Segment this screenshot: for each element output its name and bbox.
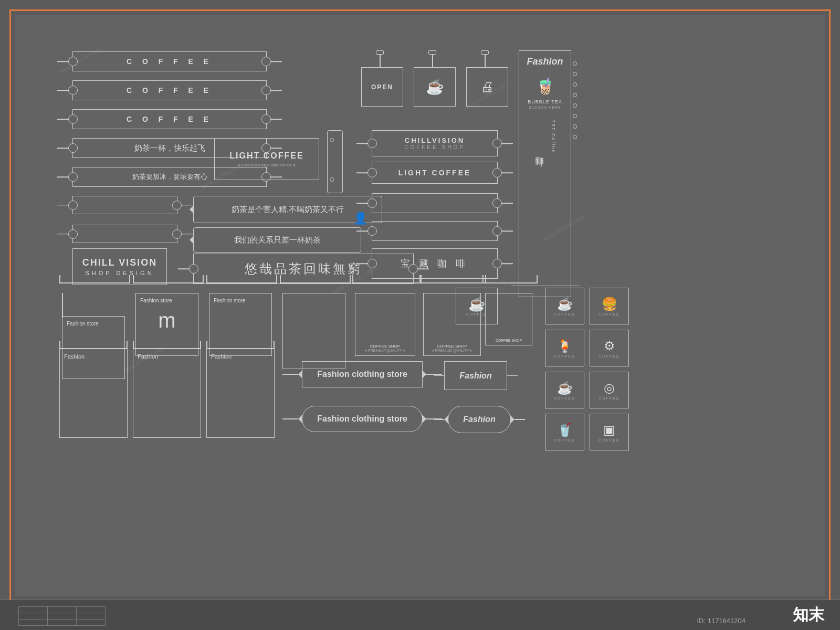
bubble-quote-2: 我们的关系只差一杯奶茶: [193, 227, 361, 253]
blank-scroll-1: [72, 196, 177, 214]
coffee-machine-box: ☕: [414, 67, 456, 107]
light-coffee-center-box: LIGHT COFFEE ♦ Different tastes differen…: [214, 138, 319, 180]
icon-cup-top: ☕ COFFEE: [456, 288, 498, 324]
icon-coffee-1: ☕ COFFEE: [545, 288, 584, 324]
chillvision-text: CHILLVISION: [405, 136, 465, 144]
fashion-panel-title: Fashion: [527, 56, 563, 67]
icon-burger-1: 🍔 COFFEE: [590, 288, 629, 324]
page-background: www.znzmo.com www.znzmo.com www.znzmo.co…: [0, 0, 840, 630]
coffee-text-3: C O F F E E: [127, 115, 213, 123]
id-label: ID: 1171641204: [697, 617, 746, 625]
icon-coffee-3: ⚙ COFFEE: [590, 330, 629, 366]
coffee-scroll-3: C O F F E E: [72, 109, 267, 129]
fashion-clothing-text-2: Fashion clothing store: [317, 414, 407, 424]
bubble-tea-text: BUBBLE TEA: [528, 99, 562, 104]
icon-coffee-7: ▣ COFFEE: [590, 414, 629, 450]
icon-coffee-5: ◎ COFFEE: [590, 372, 629, 408]
fashion-label-3: Fashion: [211, 353, 232, 360]
chinese-text-1: 奶茶一杯，快乐起飞: [134, 143, 205, 153]
scroll-end-right: [261, 57, 271, 66]
light-coffee-sub-text: ♦ Different tastes different life ♦: [238, 163, 296, 167]
fashion-label-1: Fashion: [64, 353, 85, 360]
coffee-cn-text: 咖啡: [534, 149, 545, 153]
long-chinese-text: 悠哉品茶回味無窮: [245, 260, 362, 277]
bottom-table: [18, 606, 106, 626]
fashion-sign-1: Fashion: [434, 361, 518, 390]
slogan-here-text: SLOGAN HERE: [529, 106, 561, 109]
blank-scroll-right-2: [372, 221, 498, 241]
blank-scroll-right-1: [372, 193, 498, 213]
fashion-store-label-2: Fashion store: [140, 298, 172, 303]
fashion-store-label-3: Fashion store: [214, 298, 246, 303]
printer-box: 🖨: [466, 67, 508, 107]
icon-coffee-4: ☕ COFFEE: [545, 372, 584, 408]
inner-content: www.znzmo.com www.znzmo.com www.znzmo.co…: [15, 15, 825, 596]
light-coffee-right: LIGHT COFFEE: [372, 162, 498, 184]
bubble-text-2: 我们的关系只差一杯奶茶: [234, 235, 321, 245]
fashion-clothing-sign-2: Fashion clothing store: [282, 406, 442, 432]
fashion-hang-box-2: Fashion: [133, 349, 201, 438]
fashion-sign-2: Fashion: [434, 406, 525, 433]
coffee-scroll-2: C O F F E E: [72, 80, 267, 100]
chillvision-sub: COFFEE SHOP: [404, 144, 465, 150]
baozang-sign: 宝 藏 咖 啡: [372, 248, 498, 279]
coffee-text-2: C O F F E E: [127, 86, 213, 94]
fashion-text-1: Fashion: [459, 371, 491, 381]
coffee-scroll-1: C O F F E E: [72, 51, 267, 71]
icon-coffee-2: 🍹 COFFEE: [545, 330, 584, 366]
fashion-clothing-text-1: Fashion clothing store: [317, 370, 407, 379]
coffee-shop-box-2: COFFEE SHOP ♦ PREMIUM QUALITY ♦: [355, 293, 415, 356]
open-sign-box: OPEN: [361, 67, 403, 107]
bubble-tea-icon: 🧋: [536, 77, 555, 95]
bottom-bar: 知末: [0, 600, 840, 630]
baozang-text: 宝 藏 咖 啡: [401, 257, 468, 270]
light-coffee-right-text: LIGHT COFFEE: [398, 169, 471, 177]
icon-coffee-6: 🥤 COFFEE: [545, 414, 584, 450]
coffee-text-1: C O F F E E: [127, 57, 213, 66]
light-coffee-text: LIGHT COFFEE: [229, 151, 303, 161]
fashion-hang-box-3: Fashion: [206, 349, 275, 438]
hanging-fashion-store-2: Fashion store m: [135, 293, 198, 356]
fashion-hang-box-1: Fashion: [59, 349, 128, 438]
chillvision-sign: CHILLVISION COFFEE SHOP: [372, 130, 498, 156]
chill-vision-box: CHILL VISION SHOP DESIGN: [72, 248, 167, 285]
scroll-end-left: [68, 57, 78, 66]
fashion-text-2: Fashion: [463, 415, 495, 424]
blank-scroll-2: [72, 225, 177, 243]
chinese-text-2: 奶茶要加冰，要浓要有心: [132, 172, 207, 182]
fashion-side-panel: Fashion 🧋 BUBBLE TEA SLOGAN HERE 咖啡 T97 …: [519, 50, 571, 297]
fashion-store-label-1: Fashion store: [67, 321, 99, 327]
t97-coffee-text: T97 Coffee: [551, 120, 556, 153]
fashion-label-2: Fashion: [138, 353, 158, 360]
coffee-shop-box-1: [282, 293, 345, 369]
shop-design-text: SHOP DESIGN: [85, 270, 154, 276]
bottom-logo: 知末: [793, 604, 824, 626]
person-icon: 👤: [353, 212, 368, 225]
fashion-clothing-sign-1: Fashion clothing store: [282, 361, 442, 387]
hanging-fashion-store-3: Fashion store: [209, 293, 272, 356]
bubble-text-1: 奶茶是个害人精,不喝奶茶又不行: [232, 205, 344, 215]
chill-vision-text: CHILL VISION: [82, 257, 158, 268]
